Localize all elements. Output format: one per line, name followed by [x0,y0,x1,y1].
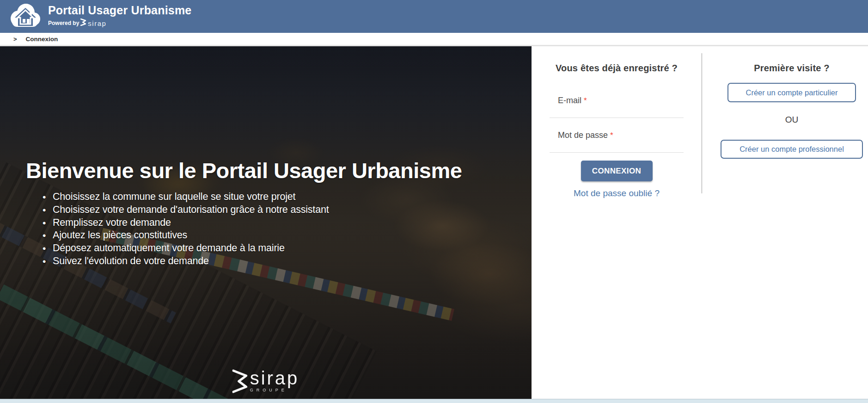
breadcrumb: > Connexion [0,33,868,46]
app-header: Portail Usager Urbanisme Powered by sira… [0,0,868,33]
hero-bullet-item: Suivez l'évolution de votre demande [42,255,329,268]
email-label: E-mail * [550,96,684,105]
connexion-button[interactable]: CONNEXION [581,161,653,181]
signup-section: Première visite ? Créer un compte partic… [702,46,868,159]
email-field[interactable] [550,105,684,118]
login-section: Vous êtes déjà enregistré ? E-mail * Mot… [532,46,702,198]
login-heading: Vous êtes déjà enregistré ? [532,63,702,74]
login-form: E-mail * Mot de passe * CONNEXION Mot de… [550,96,684,198]
signup-heading: Première visite ? [754,63,830,74]
app-logo-cloud-house-icon [7,2,43,31]
breadcrumb-separator: > [13,36,17,43]
hero-photo: Bienvenue sur le Portail Usager Urbanism… [0,46,532,399]
forgot-password-link[interactable]: Mot de passe oublié ? [550,188,684,198]
hero-bullet-item: Choisissez votre demande d'autorisation … [42,204,329,217]
hero-bullet-item: Déposez automatiquement votre demande à … [42,242,329,255]
password-required-asterisk: * [610,131,613,140]
powered-by-label: Powered by [48,20,79,26]
breadcrumb-item-connexion[interactable]: Connexion [26,36,58,43]
sirap-groupe-label: GROUPE [250,388,300,392]
create-individual-account-button[interactable]: Créer un compte particulier [727,83,856,102]
sirap-glyph-icon [80,19,86,28]
password-field[interactable] [550,140,684,153]
hero-bullet-item: Remplissez votre demande [42,217,329,229]
hero-bullet-item: Choisissez la commune sur laquelle se si… [42,191,329,204]
sirap-groupe-logo: sirap GROUPE [232,369,300,395]
app-title: Portail Usager Urbanisme [48,4,191,17]
hero-bullet-list: Choisissez la commune sur laquelle se si… [42,191,329,268]
hero-title: Bienvenue sur le Portail Usager Urbanism… [26,158,516,183]
password-label: Mot de passe * [550,130,684,140]
hero-bullet-item: Ajoutez les pièces constitutives [42,229,329,242]
sirap-brand-label: sirap [250,369,300,387]
horizontal-scrollbar[interactable] [0,399,868,403]
sirap-glyph-icon [232,369,248,395]
or-separator: OU [785,115,799,125]
sirap-brand-label: sirap [88,19,106,27]
create-professional-account-button[interactable]: Créer un compte professionnel [721,140,863,159]
email-required-asterisk: * [584,96,587,105]
